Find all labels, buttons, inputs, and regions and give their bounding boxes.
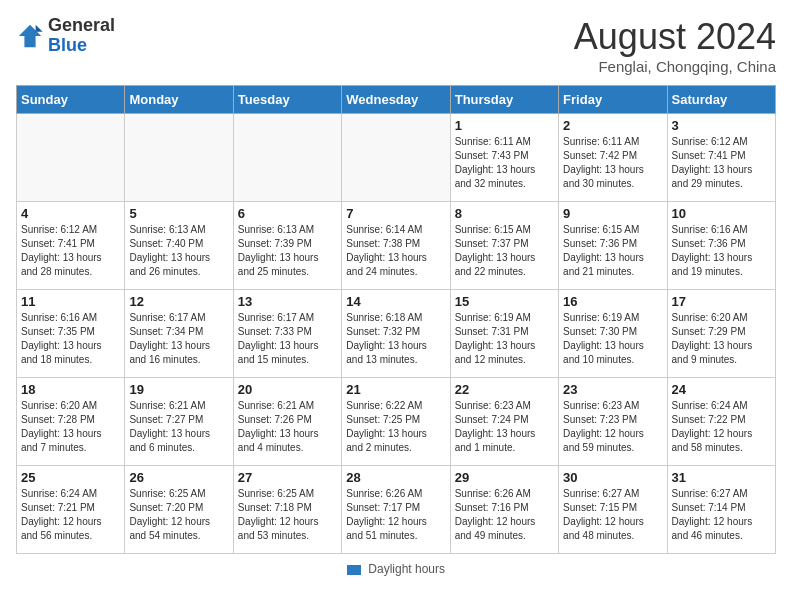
day-info: Sunrise: 6:21 AMSunset: 7:27 PMDaylight:…	[129, 399, 228, 455]
svg-marker-1	[36, 25, 43, 32]
day-number: 31	[672, 470, 771, 485]
day-number: 18	[21, 382, 120, 397]
calendar-cell: 26Sunrise: 6:25 AMSunset: 7:20 PMDayligh…	[125, 466, 233, 554]
logo-text: General Blue	[48, 16, 115, 56]
weekday-header-saturday: Saturday	[667, 86, 775, 114]
day-number: 7	[346, 206, 445, 221]
day-number: 1	[455, 118, 554, 133]
calendar-cell: 6Sunrise: 6:13 AMSunset: 7:39 PMDaylight…	[233, 202, 341, 290]
day-number: 24	[672, 382, 771, 397]
day-number: 30	[563, 470, 662, 485]
logo: General Blue	[16, 16, 115, 56]
calendar-cell: 4Sunrise: 6:12 AMSunset: 7:41 PMDaylight…	[17, 202, 125, 290]
calendar-cell: 27Sunrise: 6:25 AMSunset: 7:18 PMDayligh…	[233, 466, 341, 554]
day-number: 21	[346, 382, 445, 397]
calendar-cell: 17Sunrise: 6:20 AMSunset: 7:29 PMDayligh…	[667, 290, 775, 378]
calendar-cell: 23Sunrise: 6:23 AMSunset: 7:23 PMDayligh…	[559, 378, 667, 466]
day-number: 8	[455, 206, 554, 221]
calendar-cell: 7Sunrise: 6:14 AMSunset: 7:38 PMDaylight…	[342, 202, 450, 290]
day-info: Sunrise: 6:14 AMSunset: 7:38 PMDaylight:…	[346, 223, 445, 279]
calendar-cell: 25Sunrise: 6:24 AMSunset: 7:21 PMDayligh…	[17, 466, 125, 554]
calendar-cell: 1Sunrise: 6:11 AMSunset: 7:43 PMDaylight…	[450, 114, 558, 202]
day-number: 23	[563, 382, 662, 397]
calendar-cell	[342, 114, 450, 202]
day-number: 6	[238, 206, 337, 221]
month-year: August 2024	[574, 16, 776, 58]
day-info: Sunrise: 6:16 AMSunset: 7:35 PMDaylight:…	[21, 311, 120, 367]
title-block: August 2024 Fenglai, Chongqing, China	[574, 16, 776, 75]
day-number: 2	[563, 118, 662, 133]
calendar-cell: 12Sunrise: 6:17 AMSunset: 7:34 PMDayligh…	[125, 290, 233, 378]
location: Fenglai, Chongqing, China	[574, 58, 776, 75]
calendar-cell: 20Sunrise: 6:21 AMSunset: 7:26 PMDayligh…	[233, 378, 341, 466]
daylight-bar-icon	[347, 565, 361, 575]
day-info: Sunrise: 6:12 AMSunset: 7:41 PMDaylight:…	[672, 135, 771, 191]
calendar-cell: 18Sunrise: 6:20 AMSunset: 7:28 PMDayligh…	[17, 378, 125, 466]
calendar-cell: 13Sunrise: 6:17 AMSunset: 7:33 PMDayligh…	[233, 290, 341, 378]
calendar-cell: 10Sunrise: 6:16 AMSunset: 7:36 PMDayligh…	[667, 202, 775, 290]
day-info: Sunrise: 6:12 AMSunset: 7:41 PMDaylight:…	[21, 223, 120, 279]
day-info: Sunrise: 6:21 AMSunset: 7:26 PMDaylight:…	[238, 399, 337, 455]
day-info: Sunrise: 6:11 AMSunset: 7:42 PMDaylight:…	[563, 135, 662, 191]
weekday-header-tuesday: Tuesday	[233, 86, 341, 114]
weekday-header-monday: Monday	[125, 86, 233, 114]
calendar-cell: 8Sunrise: 6:15 AMSunset: 7:37 PMDaylight…	[450, 202, 558, 290]
day-number: 26	[129, 470, 228, 485]
day-info: Sunrise: 6:27 AMSunset: 7:14 PMDaylight:…	[672, 487, 771, 543]
day-info: Sunrise: 6:26 AMSunset: 7:17 PMDaylight:…	[346, 487, 445, 543]
calendar-cell: 5Sunrise: 6:13 AMSunset: 7:40 PMDaylight…	[125, 202, 233, 290]
calendar-cell: 9Sunrise: 6:15 AMSunset: 7:36 PMDaylight…	[559, 202, 667, 290]
calendar-cell: 30Sunrise: 6:27 AMSunset: 7:15 PMDayligh…	[559, 466, 667, 554]
day-info: Sunrise: 6:26 AMSunset: 7:16 PMDaylight:…	[455, 487, 554, 543]
day-info: Sunrise: 6:11 AMSunset: 7:43 PMDaylight:…	[455, 135, 554, 191]
day-number: 19	[129, 382, 228, 397]
day-number: 9	[563, 206, 662, 221]
weekday-header-thursday: Thursday	[450, 86, 558, 114]
day-info: Sunrise: 6:17 AMSunset: 7:33 PMDaylight:…	[238, 311, 337, 367]
day-number: 5	[129, 206, 228, 221]
day-info: Sunrise: 6:25 AMSunset: 7:18 PMDaylight:…	[238, 487, 337, 543]
weekday-header-wednesday: Wednesday	[342, 86, 450, 114]
header: General Blue August 2024 Fenglai, Chongq…	[16, 16, 776, 75]
day-info: Sunrise: 6:20 AMSunset: 7:28 PMDaylight:…	[21, 399, 120, 455]
calendar-cell: 21Sunrise: 6:22 AMSunset: 7:25 PMDayligh…	[342, 378, 450, 466]
day-number: 28	[346, 470, 445, 485]
day-number: 4	[21, 206, 120, 221]
calendar-cell	[17, 114, 125, 202]
day-number: 25	[21, 470, 120, 485]
day-info: Sunrise: 6:25 AMSunset: 7:20 PMDaylight:…	[129, 487, 228, 543]
day-number: 29	[455, 470, 554, 485]
day-info: Sunrise: 6:19 AMSunset: 7:31 PMDaylight:…	[455, 311, 554, 367]
logo-icon	[16, 22, 44, 50]
day-number: 3	[672, 118, 771, 133]
day-number: 22	[455, 382, 554, 397]
day-info: Sunrise: 6:27 AMSunset: 7:15 PMDaylight:…	[563, 487, 662, 543]
day-info: Sunrise: 6:15 AMSunset: 7:36 PMDaylight:…	[563, 223, 662, 279]
calendar-cell: 15Sunrise: 6:19 AMSunset: 7:31 PMDayligh…	[450, 290, 558, 378]
day-info: Sunrise: 6:17 AMSunset: 7:34 PMDaylight:…	[129, 311, 228, 367]
day-info: Sunrise: 6:23 AMSunset: 7:24 PMDaylight:…	[455, 399, 554, 455]
footer: Daylight hours	[16, 562, 776, 576]
day-info: Sunrise: 6:16 AMSunset: 7:36 PMDaylight:…	[672, 223, 771, 279]
calendar-cell: 3Sunrise: 6:12 AMSunset: 7:41 PMDaylight…	[667, 114, 775, 202]
day-number: 13	[238, 294, 337, 309]
calendar-cell: 29Sunrise: 6:26 AMSunset: 7:16 PMDayligh…	[450, 466, 558, 554]
weekday-header-sunday: Sunday	[17, 86, 125, 114]
day-info: Sunrise: 6:18 AMSunset: 7:32 PMDaylight:…	[346, 311, 445, 367]
day-number: 16	[563, 294, 662, 309]
day-number: 27	[238, 470, 337, 485]
calendar-cell: 19Sunrise: 6:21 AMSunset: 7:27 PMDayligh…	[125, 378, 233, 466]
calendar-cell	[233, 114, 341, 202]
calendar: SundayMondayTuesdayWednesdayThursdayFrid…	[16, 85, 776, 554]
day-info: Sunrise: 6:23 AMSunset: 7:23 PMDaylight:…	[563, 399, 662, 455]
day-number: 11	[21, 294, 120, 309]
day-number: 10	[672, 206, 771, 221]
day-info: Sunrise: 6:24 AMSunset: 7:21 PMDaylight:…	[21, 487, 120, 543]
day-info: Sunrise: 6:19 AMSunset: 7:30 PMDaylight:…	[563, 311, 662, 367]
day-info: Sunrise: 6:15 AMSunset: 7:37 PMDaylight:…	[455, 223, 554, 279]
day-number: 15	[455, 294, 554, 309]
day-info: Sunrise: 6:20 AMSunset: 7:29 PMDaylight:…	[672, 311, 771, 367]
day-info: Sunrise: 6:13 AMSunset: 7:39 PMDaylight:…	[238, 223, 337, 279]
day-info: Sunrise: 6:13 AMSunset: 7:40 PMDaylight:…	[129, 223, 228, 279]
calendar-cell: 2Sunrise: 6:11 AMSunset: 7:42 PMDaylight…	[559, 114, 667, 202]
